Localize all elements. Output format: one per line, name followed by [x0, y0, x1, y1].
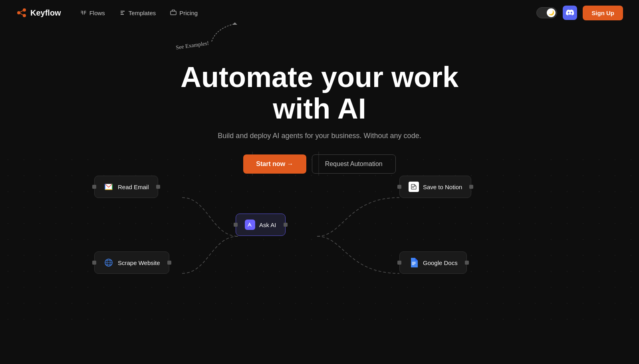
node-read-email-label: Read Email [118, 184, 149, 190]
logo-text: Keyflow [30, 8, 61, 18]
node-google-docs[interactable]: Google Docs [399, 251, 467, 274]
node-ask-ai[interactable]: Ask AI [236, 214, 286, 236]
templates-icon [119, 10, 126, 16]
node-save-notion[interactable]: Save to Notion [399, 176, 471, 198]
connector-left-save-notion [397, 185, 401, 189]
nav-flows-label: Flows [89, 10, 105, 16]
navigation: Keyflow Flows Templates Pricing 🌙 [0, 0, 639, 26]
start-now-button[interactable]: Start now → [243, 154, 306, 174]
signup-button[interactable]: Sign Up [583, 6, 623, 20]
svg-rect-5 [171, 11, 176, 15]
theme-toggle[interactable]: 🌙 [536, 7, 557, 18]
node-read-email[interactable]: Read Email [94, 176, 158, 198]
pricing-icon [170, 10, 177, 16]
discord-button[interactable] [563, 6, 577, 20]
svg-line-4 [20, 14, 23, 15]
hero-subheadline: Build and deploy AI agents for your busi… [218, 132, 421, 140]
node-scrape-website[interactable]: Scrape Website [94, 251, 169, 274]
connector-left-google-docs [397, 261, 401, 265]
svg-point-1 [23, 8, 26, 12]
ai-icon [245, 220, 255, 230]
connector-right-ask-ai [284, 223, 288, 227]
request-automation-button[interactable]: Request Automation [312, 154, 396, 174]
connector-right-scrape [167, 261, 171, 265]
see-examples-label: See Examples! [175, 40, 209, 51]
connector-right-google-docs [465, 261, 469, 265]
svg-point-0 [17, 11, 20, 14]
nav-pricing-label: Pricing [179, 10, 198, 16]
nav-pricing[interactable]: Pricing [170, 10, 198, 16]
nav-links: Flows Templates Pricing [80, 10, 537, 16]
connector-right-read-email [156, 185, 160, 189]
hero-section: See Examples! Automate your work with AI… [0, 26, 639, 174]
flow-diagram: Read Email Save to Notion Ask AI [0, 152, 639, 331]
hero-buttons: Start now → Request Automation [243, 154, 395, 174]
hero-headline: Automate your work with AI [160, 61, 479, 125]
nav-right: 🌙 Sign Up [536, 6, 623, 20]
scrape-icon [103, 257, 114, 268]
node-ask-ai-label: Ask AI [259, 222, 276, 228]
notion-icon [409, 182, 419, 192]
discord-icon [566, 10, 574, 16]
logo[interactable]: Keyflow [16, 7, 61, 18]
flows-icon [80, 10, 87, 16]
connector-left-read-email [92, 185, 96, 189]
connector-left-ask-ai [234, 223, 238, 227]
node-save-notion-label: Save to Notion [423, 184, 462, 190]
connector-right-save-notion [469, 185, 473, 189]
nav-templates-label: Templates [129, 10, 156, 16]
gmail-icon [103, 182, 114, 192]
node-google-docs-label: Google Docs [423, 259, 458, 266]
svg-line-3 [20, 11, 23, 12]
gdocs-icon [409, 257, 419, 268]
node-scrape-website-label: Scrape Website [118, 259, 160, 266]
svg-rect-9 [246, 221, 254, 228]
theme-knob: 🌙 [547, 8, 556, 17]
svg-point-2 [23, 14, 26, 17]
nav-templates[interactable]: Templates [119, 10, 156, 16]
nav-flows[interactable]: Flows [80, 10, 105, 16]
connector-left-scrape [92, 261, 96, 265]
